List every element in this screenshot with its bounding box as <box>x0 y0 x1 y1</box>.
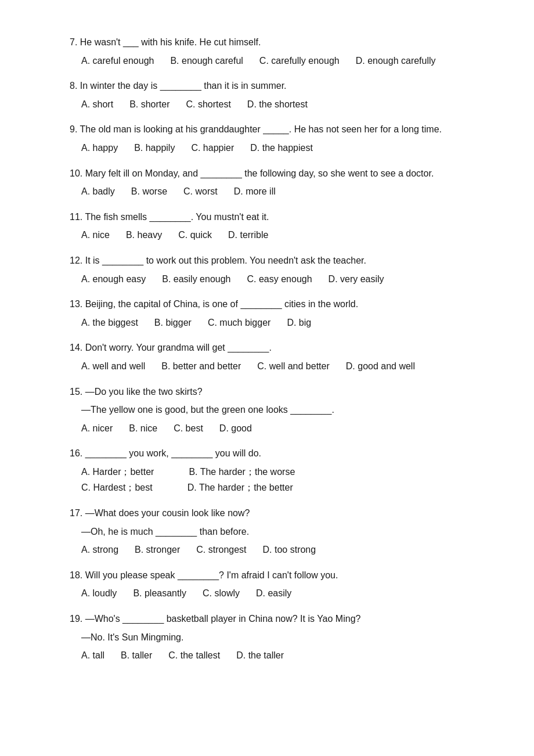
options-row2-q16: C. Hardest；bestD. The harder；the better <box>81 480 488 495</box>
options-q15: A. nicerB. niceC. bestD. good <box>81 421 488 436</box>
option-q13-3: D. big <box>287 315 311 330</box>
option-q8-3: D. the shortest <box>247 97 308 112</box>
question-block-q14: 14. Don't worry. Your grandma will get _… <box>70 340 488 373</box>
option-q17-3: D. too strong <box>263 542 316 557</box>
options-q12: A. enough easyB. easily enoughC. easy en… <box>81 272 488 287</box>
question-text-q11: 11. The fish smells ________. You mustn'… <box>70 210 488 225</box>
question-text-q14: 14. Don't worry. Your grandma will get _… <box>70 340 488 355</box>
question-text-q7: 7. He wasn't ___ with his knife. He cut … <box>70 35 488 50</box>
option-q10-0: A. badly <box>81 184 115 199</box>
option-q10-1: B. worse <box>131 184 167 199</box>
option-q11-1: B. heavy <box>126 228 162 243</box>
question-block-q13: 13. Beijing, the capital of China, is on… <box>70 297 488 330</box>
option-q13-2: C. much bigger <box>208 315 271 330</box>
option-q17-2: C. strongest <box>196 542 246 557</box>
option-q18-0: A. loudly <box>81 586 117 601</box>
question-text-q12: 12. It is ________ to work out this prob… <box>70 253 488 268</box>
options-q18: A. loudlyB. pleasantlyC. slowlyD. easily <box>81 586 488 601</box>
question-text-q9: 9. The old man is looking at his grandda… <box>70 122 488 137</box>
question-block-q19: 19. —Who's ________ basketball player in… <box>70 611 488 663</box>
question-block-q12: 12. It is ________ to work out this prob… <box>70 253 488 286</box>
question-subtext-q15: —The yellow one is good, but the green o… <box>81 402 488 417</box>
question-block-q15: 15. —Do you like the two skirts?—The yel… <box>70 384 488 436</box>
option-q9-3: D. the happiest <box>250 141 313 156</box>
options-q13: A. the biggestB. biggerC. much biggerD. … <box>81 315 488 330</box>
option-q17-0: A. strong <box>81 542 118 557</box>
option-q15-1: B. nice <box>129 421 157 436</box>
options-row1-q16: A. Harder；betterB. The harder；the worse <box>81 465 488 480</box>
option-q9-0: A. happy <box>81 141 118 156</box>
question-text-q19: 19. —Who's ________ basketball player in… <box>70 611 488 627</box>
option-q11-2: C. quick <box>178 228 212 243</box>
question-text-q15: 15. —Do you like the two skirts? <box>70 384 488 399</box>
option-q19-0: A. tall <box>81 648 104 663</box>
option-row1-q16-1: B. The harder；the worse <box>189 467 295 477</box>
question-text-q16: 16. ________ you work, ________ you will… <box>70 446 488 461</box>
option-q8-2: C. shortest <box>186 97 231 112</box>
option-q11-3: D. terrible <box>228 228 268 243</box>
question-block-q17: 17. —What does your cousin look like now… <box>70 506 488 557</box>
question-subtext-q19: —No. It's Sun Mingming. <box>81 630 488 645</box>
option-q13-1: B. bigger <box>154 315 192 330</box>
option-q17-1: B. stronger <box>135 542 180 557</box>
option-q13-0: A. the biggest <box>81 315 138 330</box>
option-q8-1: B. shorter <box>129 97 169 112</box>
question-block-q10: 10. Mary felt ill on Monday, and _______… <box>70 166 488 199</box>
options-q17: A. strongB. strongerC. strongestD. too s… <box>81 542 488 557</box>
options-q9: A. happyB. happilyC. happierD. the happi… <box>81 141 488 156</box>
question-block-q8: 8. In winter the day is ________ than it… <box>70 78 488 111</box>
option-q9-2: C. happier <box>191 141 234 156</box>
option-q14-2: C. well and better <box>257 359 330 374</box>
question-text-q13: 13. Beijing, the capital of China, is on… <box>70 297 488 312</box>
option-row2-q16-1: D. The harder；the better <box>187 483 293 492</box>
question-block-q11: 11. The fish smells ________. You mustn'… <box>70 210 488 243</box>
question-block-q7: 7. He wasn't ___ with his knife. He cut … <box>70 35 488 68</box>
question-subtext-q17: —Oh, he is much ________ than before. <box>81 524 488 539</box>
option-q12-1: B. easily enough <box>162 272 230 287</box>
option-q10-2: C. worst <box>183 184 218 199</box>
option-q15-3: D. good <box>219 421 252 436</box>
question-text-q18: 18. Will you please speak ________? I'm … <box>70 568 488 583</box>
option-q14-1: B. better and better <box>161 359 241 374</box>
question-text-q17: 17. —What does your cousin look like now… <box>70 506 488 521</box>
option-q12-2: C. easy enough <box>247 272 312 287</box>
option-q7-1: B. enough careful <box>170 53 243 69</box>
question-block-q16: 16. ________ you work, ________ you will… <box>70 446 488 495</box>
option-q14-3: D. good and well <box>346 359 415 374</box>
option-q19-1: B. taller <box>121 648 152 663</box>
option-q12-0: A. enough easy <box>81 272 146 287</box>
content: 7. He wasn't ___ with his knife. He cut … <box>70 35 488 663</box>
option-q9-1: B. happily <box>134 141 175 156</box>
question-text-q10: 10. Mary felt ill on Monday, and _______… <box>70 166 488 181</box>
question-text-q8: 8. In winter the day is ________ than it… <box>70 78 488 93</box>
option-row2-q16-0: C. Hardest；best <box>81 483 153 492</box>
option-q7-2: C. carefully enough <box>259 53 340 69</box>
question-block-q9: 9. The old man is looking at his grandda… <box>70 122 488 155</box>
option-q7-3: D. enough carefully <box>356 53 436 69</box>
option-q10-3: D. more ill <box>234 184 276 199</box>
options-q19: A. tallB. tallerC. the tallestD. the tal… <box>81 648 488 663</box>
options-q11: A. niceB. heavyC. quickD. terrible <box>81 228 488 243</box>
option-q18-2: C. slowly <box>203 586 240 601</box>
option-q8-0: A. short <box>81 97 113 112</box>
option-q15-2: C. best <box>174 421 203 436</box>
option-q18-3: D. easily <box>256 586 291 601</box>
option-q18-1: B. pleasantly <box>133 586 186 601</box>
options-q10: A. badlyB. worseC. worstD. more ill <box>81 184 488 199</box>
option-q14-0: A. well and well <box>81 359 145 374</box>
option-row1-q16-0: A. Harder；better <box>81 467 154 477</box>
option-q15-0: A. nicer <box>81 421 113 436</box>
options-q8: A. shortB. shorterC. shortestD. the shor… <box>81 97 488 112</box>
options-q7: A. careful enoughB. enough carefulC. car… <box>81 53 488 69</box>
option-q12-3: D. very easily <box>329 272 384 287</box>
option-q11-0: A. nice <box>81 228 110 243</box>
question-block-q18: 18. Will you please speak ________? I'm … <box>70 568 488 601</box>
option-q19-2: C. the tallest <box>168 648 220 663</box>
option-q19-3: D. the taller <box>236 648 284 663</box>
options-q14: A. well and wellB. better and betterC. w… <box>81 359 488 374</box>
option-q7-0: A. careful enough <box>81 53 154 69</box>
